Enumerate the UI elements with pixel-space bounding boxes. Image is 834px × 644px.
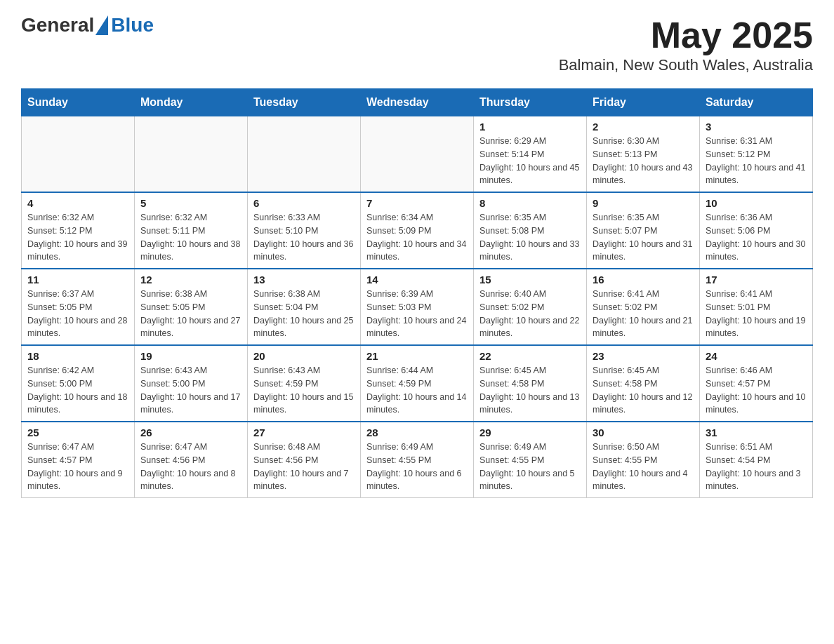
calendar-week-row: 4Sunrise: 6:32 AMSunset: 5:12 PMDaylight… [22, 192, 813, 269]
calendar-header-monday: Monday [135, 89, 248, 116]
day-number: 14 [366, 274, 468, 286]
calendar-header-row: SundayMondayTuesdayWednesdayThursdayFrid… [22, 89, 813, 116]
day-info: Sunrise: 6:50 AMSunset: 4:55 PMDaylight:… [593, 441, 694, 493]
day-info: Sunrise: 6:32 AMSunset: 5:12 PMDaylight:… [27, 211, 128, 264]
day-info: Sunrise: 6:33 AMSunset: 5:10 PMDaylight:… [253, 211, 355, 264]
calendar-cell: 11Sunrise: 6:37 AMSunset: 5:05 PMDayligh… [22, 269, 135, 345]
calendar-cell: 20Sunrise: 6:43 AMSunset: 4:59 PMDayligh… [248, 345, 361, 422]
day-info: Sunrise: 6:29 AMSunset: 5:14 PMDaylight:… [479, 135, 581, 187]
day-info: Sunrise: 6:47 AMSunset: 4:57 PMDaylight:… [27, 441, 128, 493]
calendar-cell: 14Sunrise: 6:39 AMSunset: 5:03 PMDayligh… [361, 269, 474, 345]
calendar-cell: 4Sunrise: 6:32 AMSunset: 5:12 PMDaylight… [22, 192, 135, 269]
logo-blue-text: Blue [111, 14, 154, 36]
page-title: May 2025 [559, 14, 813, 56]
day-info: Sunrise: 6:34 AMSunset: 5:09 PMDaylight:… [366, 211, 468, 264]
day-number: 2 [593, 121, 694, 133]
day-info: Sunrise: 6:38 AMSunset: 5:04 PMDaylight:… [253, 288, 355, 340]
calendar-header-tuesday: Tuesday [248, 89, 361, 116]
logo-triangle-icon [95, 15, 108, 35]
calendar-cell: 3Sunrise: 6:31 AMSunset: 5:12 PMDaylight… [700, 116, 813, 193]
calendar-cell: 6Sunrise: 6:33 AMSunset: 5:10 PMDaylight… [248, 192, 361, 269]
calendar-cell: 2Sunrise: 6:30 AMSunset: 5:13 PMDaylight… [587, 116, 700, 193]
day-number: 29 [479, 427, 581, 438]
calendar-cell: 7Sunrise: 6:34 AMSunset: 5:09 PMDaylight… [361, 192, 474, 269]
calendar-week-row: 1Sunrise: 6:29 AMSunset: 5:14 PMDaylight… [22, 116, 813, 193]
day-number: 8 [479, 197, 581, 209]
day-info: Sunrise: 6:43 AMSunset: 4:59 PMDaylight:… [253, 364, 355, 417]
calendar-cell: 10Sunrise: 6:36 AMSunset: 5:06 PMDayligh… [700, 192, 813, 269]
day-info: Sunrise: 6:42 AMSunset: 5:00 PMDaylight:… [27, 364, 128, 417]
day-number: 25 [27, 427, 128, 438]
logo: General Blue [21, 14, 154, 36]
day-info: Sunrise: 6:51 AMSunset: 4:54 PMDaylight:… [706, 441, 807, 493]
day-number: 26 [140, 427, 241, 438]
day-number: 24 [706, 350, 807, 362]
day-number: 27 [253, 427, 355, 438]
day-number: 23 [593, 350, 694, 362]
day-info: Sunrise: 6:49 AMSunset: 4:55 PMDaylight:… [479, 441, 581, 493]
calendar-week-row: 11Sunrise: 6:37 AMSunset: 5:05 PMDayligh… [22, 269, 813, 345]
day-number: 31 [706, 427, 807, 438]
calendar-cell: 17Sunrise: 6:41 AMSunset: 5:01 PMDayligh… [700, 269, 813, 345]
calendar-cell [248, 116, 361, 193]
calendar-cell: 22Sunrise: 6:45 AMSunset: 4:58 PMDayligh… [474, 345, 587, 422]
day-number: 11 [27, 274, 128, 286]
day-number: 22 [479, 350, 581, 362]
day-info: Sunrise: 6:48 AMSunset: 4:56 PMDaylight:… [253, 441, 355, 493]
day-number: 16 [593, 274, 694, 286]
day-number: 7 [366, 197, 468, 209]
day-info: Sunrise: 6:37 AMSunset: 5:05 PMDaylight:… [27, 288, 128, 340]
day-number: 5 [140, 197, 241, 209]
day-info: Sunrise: 6:35 AMSunset: 5:07 PMDaylight:… [593, 211, 694, 264]
calendar-cell [361, 116, 474, 193]
day-info: Sunrise: 6:45 AMSunset: 4:58 PMDaylight:… [593, 364, 694, 417]
calendar-cell [22, 116, 135, 193]
calendar-cell: 30Sunrise: 6:50 AMSunset: 4:55 PMDayligh… [587, 422, 700, 498]
day-number: 9 [593, 197, 694, 209]
calendar-table: SundayMondayTuesdayWednesdayThursdayFrid… [21, 88, 813, 498]
calendar-cell: 19Sunrise: 6:43 AMSunset: 5:00 PMDayligh… [135, 345, 248, 422]
calendar-cell: 26Sunrise: 6:47 AMSunset: 4:56 PMDayligh… [135, 422, 248, 498]
calendar-cell: 8Sunrise: 6:35 AMSunset: 5:08 PMDaylight… [474, 192, 587, 269]
calendar-week-row: 25Sunrise: 6:47 AMSunset: 4:57 PMDayligh… [22, 422, 813, 498]
day-info: Sunrise: 6:41 AMSunset: 5:02 PMDaylight:… [593, 288, 694, 340]
calendar-cell: 15Sunrise: 6:40 AMSunset: 5:02 PMDayligh… [474, 269, 587, 345]
calendar-cell: 21Sunrise: 6:44 AMSunset: 4:59 PMDayligh… [361, 345, 474, 422]
calendar-cell: 13Sunrise: 6:38 AMSunset: 5:04 PMDayligh… [248, 269, 361, 345]
calendar-cell [135, 116, 248, 193]
calendar-cell: 5Sunrise: 6:32 AMSunset: 5:11 PMDaylight… [135, 192, 248, 269]
calendar-cell: 27Sunrise: 6:48 AMSunset: 4:56 PMDayligh… [248, 422, 361, 498]
day-number: 21 [366, 350, 468, 362]
day-info: Sunrise: 6:47 AMSunset: 4:56 PMDaylight:… [140, 441, 241, 493]
day-info: Sunrise: 6:46 AMSunset: 4:57 PMDaylight:… [706, 364, 807, 417]
day-info: Sunrise: 6:36 AMSunset: 5:06 PMDaylight:… [706, 211, 807, 264]
day-number: 15 [479, 274, 581, 286]
page-header: General Blue May 2025 Balmain, New South… [21, 14, 813, 74]
day-info: Sunrise: 6:43 AMSunset: 5:00 PMDaylight:… [140, 364, 241, 417]
day-info: Sunrise: 6:39 AMSunset: 5:03 PMDaylight:… [366, 288, 468, 340]
day-info: Sunrise: 6:35 AMSunset: 5:08 PMDaylight:… [479, 211, 581, 264]
day-number: 18 [27, 350, 128, 362]
day-info: Sunrise: 6:32 AMSunset: 5:11 PMDaylight:… [140, 211, 241, 264]
day-number: 13 [253, 274, 355, 286]
calendar-cell: 9Sunrise: 6:35 AMSunset: 5:07 PMDaylight… [587, 192, 700, 269]
calendar-header-thursday: Thursday [474, 89, 587, 116]
title-block: May 2025 Balmain, New South Wales, Austr… [559, 14, 813, 74]
day-info: Sunrise: 6:49 AMSunset: 4:55 PMDaylight:… [366, 441, 468, 493]
calendar-cell: 29Sunrise: 6:49 AMSunset: 4:55 PMDayligh… [474, 422, 587, 498]
calendar-header-wednesday: Wednesday [361, 89, 474, 116]
day-number: 6 [253, 197, 355, 209]
day-number: 30 [593, 427, 694, 438]
calendar-cell: 23Sunrise: 6:45 AMSunset: 4:58 PMDayligh… [587, 345, 700, 422]
calendar-cell: 1Sunrise: 6:29 AMSunset: 5:14 PMDaylight… [474, 116, 587, 193]
calendar-header-saturday: Saturday [700, 89, 813, 116]
calendar-week-row: 18Sunrise: 6:42 AMSunset: 5:00 PMDayligh… [22, 345, 813, 422]
calendar-cell: 28Sunrise: 6:49 AMSunset: 4:55 PMDayligh… [361, 422, 474, 498]
calendar-header-friday: Friday [587, 89, 700, 116]
day-info: Sunrise: 6:38 AMSunset: 5:05 PMDaylight:… [140, 288, 241, 340]
calendar-header-sunday: Sunday [22, 89, 135, 116]
calendar-cell: 12Sunrise: 6:38 AMSunset: 5:05 PMDayligh… [135, 269, 248, 345]
day-number: 12 [140, 274, 241, 286]
calendar-cell: 24Sunrise: 6:46 AMSunset: 4:57 PMDayligh… [700, 345, 813, 422]
calendar-cell: 31Sunrise: 6:51 AMSunset: 4:54 PMDayligh… [700, 422, 813, 498]
